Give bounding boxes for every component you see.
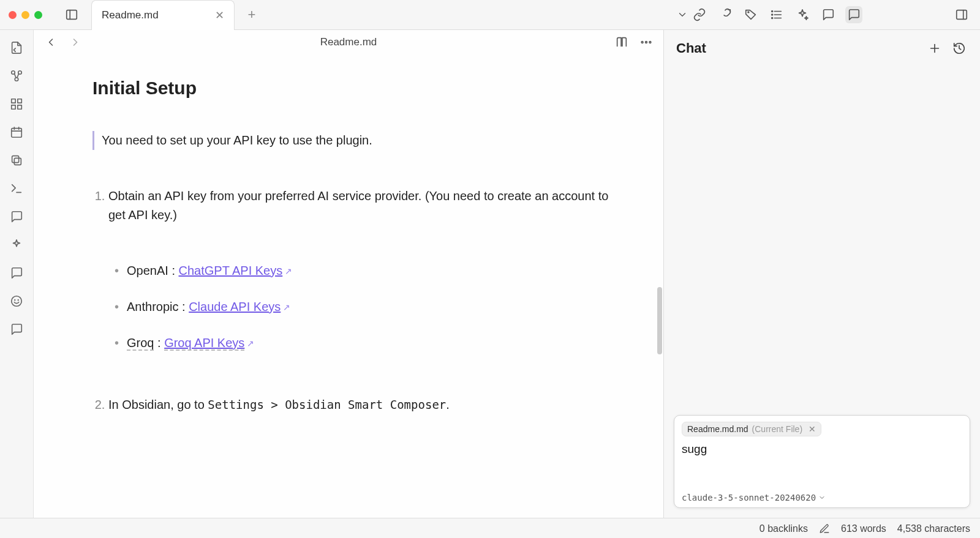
canvas-icon[interactable]: [7, 95, 26, 113]
tag-icon[interactable]: [742, 6, 760, 23]
editor-header: Readme.md: [34, 30, 663, 54]
step-1-text: Obtain an API key from your preferred AI…: [108, 189, 608, 222]
chevron-down-icon: [818, 494, 826, 501]
svg-rect-9: [957, 10, 967, 20]
svg-rect-20: [12, 129, 22, 138]
svg-point-7: [772, 14, 773, 15]
left-sidebar-toggle-icon[interactable]: [63, 6, 80, 23]
outgoing-links-icon[interactable]: [717, 6, 734, 23]
window-close-button[interactable]: [9, 11, 17, 19]
new-chat-button[interactable]: [926, 40, 943, 57]
external-link-icon: ↗: [247, 338, 254, 348]
provider-openai-label: OpenAI: [127, 264, 168, 277]
status-words-text: 613 words: [841, 523, 886, 534]
model-name: claude-3-5-sonnet-20240620: [682, 493, 816, 503]
svg-point-13: [15, 78, 18, 81]
svg-rect-24: [14, 158, 21, 165]
chat-panel: Chat Readme.md.md (Current File) ✕ sugg …: [663, 30, 980, 518]
reading-mode-icon[interactable]: [613, 34, 630, 51]
status-edit-mode-icon[interactable]: [819, 523, 830, 534]
setup-steps-list: Obtain an API key from your preferred AI…: [92, 187, 620, 414]
step-2-prefix: In Obsidian, go to: [108, 398, 208, 411]
close-icon[interactable]: ✕: [215, 9, 224, 22]
graph-icon[interactable]: [7, 67, 26, 85]
status-chars-text: 4,538 characters: [897, 523, 970, 534]
provider-groq-label: Groq: [127, 336, 154, 351]
step-2: In Obsidian, go to Settings > Obsidian S…: [108, 395, 620, 414]
quick-switch-icon[interactable]: [7, 39, 26, 57]
backlinks-icon[interactable]: [691, 6, 708, 23]
chip-suffix: (Current File): [752, 424, 802, 434]
window-zoom-button[interactable]: [34, 11, 42, 19]
chip-filename: Readme.md.md: [687, 424, 748, 434]
svg-rect-16: [12, 99, 15, 103]
emoji-icon[interactable]: [7, 292, 26, 310]
svg-point-32: [649, 42, 651, 43]
provider-list: OpenAI : ChatGPT API Keys↗ Anthropic : C…: [108, 261, 620, 353]
window-traffic-lights: [9, 11, 42, 19]
svg-point-27: [12, 296, 22, 307]
svg-rect-0: [67, 10, 77, 20]
status-backlinks-text: 0 backlinks: [760, 523, 808, 534]
status-word-count[interactable]: 613 words: [841, 523, 886, 534]
svg-rect-18: [12, 105, 15, 109]
svg-rect-19: [18, 105, 21, 109]
status-bar: 0 backlinks 613 words 4,538 characters: [0, 518, 980, 538]
svg-point-29: [18, 300, 18, 301]
chat-messages-area: [664, 62, 980, 409]
chat-rail-icon-2[interactable]: [7, 264, 26, 282]
svg-point-31: [646, 42, 647, 43]
chatgpt-api-keys-link[interactable]: ChatGPT API Keys: [179, 264, 283, 277]
right-sidebar-toggle-icon[interactable]: [953, 6, 970, 23]
status-char-count[interactable]: 4,538 characters: [897, 523, 970, 534]
nav-forward-icon[interactable]: [67, 34, 84, 51]
scrollbar-thumb[interactable]: [657, 287, 662, 354]
provider-openai-item: OpenAI : ChatGPT API Keys↗: [117, 261, 620, 280]
chat-header: Chat: [664, 30, 980, 62]
heading-initial-setup: Initial Setup: [92, 74, 620, 103]
chat-history-button[interactable]: [951, 40, 968, 57]
more-options-icon[interactable]: [638, 34, 655, 51]
step-2-code: Settings > Obsidian Smart Composer: [208, 398, 446, 411]
claude-api-keys-link[interactable]: Claude API Keys: [189, 300, 281, 313]
step-1: Obtain an API key from your preferred AI…: [108, 187, 620, 353]
sep: :: [179, 300, 189, 313]
svg-point-28: [15, 300, 15, 301]
svg-point-30: [641, 42, 643, 43]
command-icon[interactable]: [7, 179, 26, 198]
chat-rail-icon-1[interactable]: [7, 207, 26, 226]
editor-title[interactable]: Readme.md: [91, 36, 606, 48]
svg-point-2: [748, 12, 749, 13]
chat-panel-icon[interactable]: [845, 6, 862, 23]
provider-groq-item: Groq : Groq API Keys↗: [117, 334, 620, 353]
svg-point-8: [772, 18, 773, 19]
external-link-icon: ↗: [283, 302, 290, 312]
titlebar: Readme.md ✕ +: [0, 0, 980, 30]
editor-content[interactable]: Initial Setup You need to set up your AP…: [34, 54, 663, 518]
chat-title: Chat: [676, 40, 919, 56]
context-chip-readme[interactable]: Readme.md.md (Current File) ✕: [682, 422, 821, 436]
tab-readme[interactable]: Readme.md ✕: [91, 0, 235, 30]
outline-icon[interactable]: [768, 6, 785, 23]
model-selector[interactable]: claude-3-5-sonnet-20240620: [682, 493, 962, 503]
status-backlinks[interactable]: 0 backlinks: [760, 523, 808, 534]
window-minimize-button[interactable]: [21, 11, 29, 19]
ai-sparkle-icon[interactable]: [794, 6, 811, 23]
tab-list-dropdown-icon[interactable]: [674, 6, 691, 23]
chat-rail-icon-3[interactable]: [7, 320, 26, 338]
new-tab-button[interactable]: +: [244, 7, 259, 23]
svg-point-6: [772, 11, 773, 12]
groq-api-keys-link[interactable]: Groq API Keys: [164, 336, 244, 351]
provider-anthropic-item: Anthropic : Claude API Keys↗: [117, 297, 620, 316]
copy-icon[interactable]: [7, 151, 26, 170]
ai-rail-icon[interactable]: [7, 236, 26, 254]
chat-input[interactable]: sugg: [682, 443, 962, 489]
step-2-suffix: .: [446, 398, 450, 411]
left-rail: [0, 30, 34, 518]
chip-remove-icon[interactable]: ✕: [809, 424, 816, 434]
comment-icon[interactable]: [820, 6, 837, 23]
nav-back-icon[interactable]: [42, 34, 59, 51]
calendar-icon[interactable]: [7, 123, 26, 141]
setup-note-blockquote: You need to set up your API key to use t…: [92, 131, 620, 150]
titlebar-right-tools: [691, 6, 980, 23]
